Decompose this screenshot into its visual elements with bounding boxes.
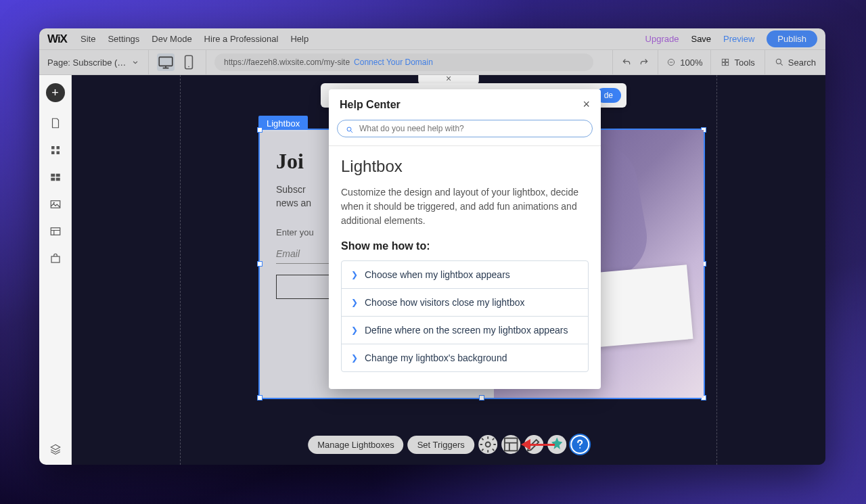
svg-rect-12: [56, 152, 60, 155]
settings-icon[interactable]: [478, 435, 497, 454]
resize-handle[interactable]: [257, 127, 263, 133]
help-item[interactable]: ❯ Define where on the screen my lightbox…: [342, 317, 588, 344]
guide-left: [180, 75, 181, 465]
guide-right: [716, 75, 717, 465]
svg-rect-17: [51, 201, 60, 208]
svg-rect-22: [504, 438, 517, 451]
add-button[interactable]: +: [46, 83, 65, 102]
svg-point-18: [53, 202, 54, 204]
svg-point-21: [485, 442, 490, 447]
help-showme-heading: Show me how to:: [341, 240, 589, 252]
help-topic-title: Lightbox: [341, 157, 589, 176]
svg-rect-13: [51, 174, 55, 177]
help-body: Lightbox Customize the design and layout…: [329, 146, 601, 389]
svg-rect-10: [56, 146, 60, 150]
help-item-label: Define where on the screen my lightbox a…: [365, 325, 568, 336]
content-icon[interactable]: [49, 225, 62, 237]
svg-point-23: [347, 127, 351, 131]
layers-icon[interactable]: [49, 443, 62, 455]
pages-icon[interactable]: [49, 117, 62, 129]
manage-lightboxes-button[interactable]: Manage Lightboxes: [308, 436, 403, 454]
svg-rect-20: [51, 256, 60, 262]
svg-rect-11: [51, 152, 55, 155]
left-rail: +: [39, 75, 72, 465]
help-item-label: Choose when my lightbox appears: [365, 269, 510, 280]
help-title: Help Center: [340, 99, 401, 111]
chevron-right-icon: ❯: [351, 353, 358, 363]
annotation-arrow: [521, 439, 555, 450]
help-header: Help Center ×: [329, 89, 601, 120]
help-item-label: Choose how visitors close my lightbox: [365, 297, 525, 308]
chevron-right-icon: ❯: [351, 325, 358, 335]
apps-icon[interactable]: [49, 144, 62, 156]
help-center-panel: Help Center × Lightbox Customize the des…: [329, 89, 601, 389]
resize-handle[interactable]: [479, 395, 484, 400]
help-item[interactable]: ❯ Choose how visitors close my lightbox: [342, 289, 588, 317]
help-search[interactable]: [337, 120, 593, 137]
search-icon: [346, 124, 354, 133]
resize-handle[interactable]: [257, 261, 263, 267]
chevron-right-icon: ❯: [351, 298, 358, 307]
resize-handle[interactable]: [257, 395, 263, 400]
help-description: Customize the design and layout of your …: [341, 185, 589, 228]
business-icon[interactable]: [49, 252, 62, 265]
svg-rect-15: [51, 178, 55, 181]
help-search-input[interactable]: [359, 124, 584, 133]
svg-rect-14: [55, 174, 60, 177]
layout-icon[interactable]: [501, 435, 520, 454]
help-item-label: Change my lightbox's background: [365, 352, 507, 363]
help-icon[interactable]: [570, 435, 589, 454]
close-icon[interactable]: ×: [583, 97, 590, 112]
svg-rect-19: [51, 228, 60, 235]
media-icon[interactable]: [49, 198, 62, 210]
sections-icon[interactable]: [49, 171, 62, 183]
canvas[interactable]: × ⋮⋮ de Lightbox Joi Subscr n: [72, 75, 825, 465]
svg-rect-16: [55, 178, 60, 181]
chevron-right-icon: ❯: [351, 270, 358, 279]
svg-rect-9: [51, 146, 55, 150]
help-item[interactable]: ❯ Change my lightbox's background: [342, 344, 588, 371]
app-window: WiX Site Settings Dev Mode Hire a Profes…: [39, 28, 825, 465]
help-search-wrap: [329, 120, 601, 146]
help-item[interactable]: ❯ Choose when my lightbox appears: [342, 261, 588, 289]
canvas-area: + × ⋮⋮ de Lightbox: [39, 75, 825, 465]
help-list: ❯ Choose when my lightbox appears ❯ Choo…: [341, 260, 589, 372]
set-triggers-button[interactable]: Set Triggers: [408, 436, 474, 454]
